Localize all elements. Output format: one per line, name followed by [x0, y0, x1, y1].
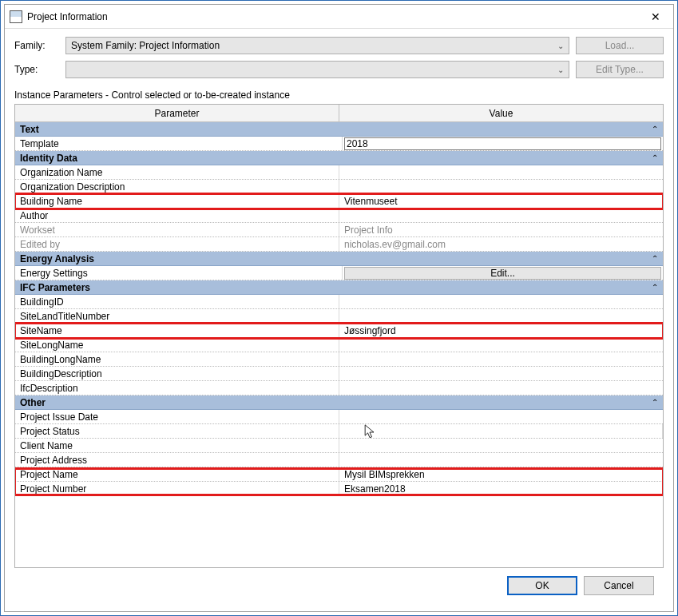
- param-label: Edited by: [15, 237, 339, 251]
- param-value[interactable]: [339, 209, 663, 222]
- row-building-long-name: BuildingLongName: [15, 352, 663, 367]
- row-project-name: Project Name Mysil BIMsprekken: [15, 467, 663, 482]
- param-label: SiteLandTitleNumber: [15, 309, 339, 323]
- param-value[interactable]: [339, 381, 663, 395]
- param-value[interactable]: [339, 295, 663, 308]
- row-project-status: Project Status: [15, 424, 663, 439]
- param-value: nicholas.ev@gmail.com: [339, 237, 663, 251]
- chevron-down-icon: ⌄: [557, 66, 564, 74]
- collapse-icon[interactable]: ⌃: [652, 125, 658, 133]
- param-value: Project Info: [339, 223, 663, 236]
- param-value[interactable]: Eksamen2018: [339, 482, 663, 495]
- param-label: BuildingID: [15, 295, 339, 308]
- param-label: BuildingLongName: [15, 352, 339, 366]
- ok-button[interactable]: OK: [507, 576, 577, 595]
- param-label: Workset: [15, 223, 339, 236]
- param-value: Edit...: [343, 266, 663, 280]
- family-value: System Family: Project Information: [71, 40, 220, 51]
- chevron-down-icon: ⌄: [557, 42, 564, 50]
- type-select[interactable]: ⌄: [65, 61, 569, 78]
- group-other[interactable]: Other ⌃: [15, 395, 663, 410]
- app-icon: [10, 10, 22, 23]
- row-site-name: SiteName Jøssingfjord: [15, 324, 663, 338]
- col-header-parameter[interactable]: Parameter: [15, 105, 339, 121]
- row-ifc-description: IfcDescription: [15, 381, 663, 395]
- param-label: IfcDescription: [15, 381, 339, 395]
- row-author: Author: [15, 209, 663, 223]
- param-label: Project Status: [15, 424, 339, 438]
- highlighted-project-rows: Project Name Mysil BIMsprekken Project N…: [15, 467, 663, 496]
- row-project-issue-date: Project Issue Date: [15, 410, 663, 424]
- row-energy-settings: Energy Settings Edit...: [15, 266, 663, 280]
- group-identity-data[interactable]: Identity Data ⌃: [15, 151, 663, 165]
- row-building-name: Building Name Vitenmuseet: [15, 194, 663, 209]
- param-value[interactable]: [339, 180, 663, 193]
- param-value[interactable]: [343, 137, 663, 150]
- param-label: Building Name: [15, 194, 339, 208]
- row-template: Template: [15, 137, 663, 151]
- row-workset: Workset Project Info: [15, 223, 663, 237]
- param-label: Project Name: [15, 467, 339, 481]
- param-label: Project Number: [15, 482, 339, 495]
- template-input[interactable]: [344, 137, 661, 150]
- titlebar: Project Information ✕: [5, 5, 673, 29]
- family-select[interactable]: System Family: Project Information ⌄: [65, 37, 569, 54]
- group-text[interactable]: Text ⌃: [15, 122, 663, 137]
- edit-type-button: Edit Type...: [576, 61, 664, 78]
- param-label: Organization Description: [15, 180, 339, 193]
- param-label: Energy Settings: [15, 266, 343, 280]
- param-value[interactable]: [339, 439, 663, 452]
- param-label: Author: [15, 209, 339, 222]
- row-organization-name: Organization Name: [15, 165, 663, 180]
- param-label: Organization Name: [15, 165, 339, 179]
- param-label: BuildingDescription: [15, 367, 339, 380]
- param-value[interactable]: [339, 309, 663, 323]
- row-site-land-title: SiteLandTitleNumber: [15, 309, 663, 324]
- param-label: SiteName: [15, 324, 339, 337]
- row-building-description: BuildingDescription: [15, 367, 663, 381]
- family-label: Family:: [14, 40, 59, 51]
- collapse-icon[interactable]: ⌃: [652, 254, 658, 263]
- row-site-long-name: SiteLongName: [15, 338, 663, 352]
- group-ifc-parameters[interactable]: IFC Parameters ⌃: [15, 280, 663, 295]
- type-label: Type:: [14, 64, 59, 75]
- project-information-dialog: Project Information ✕ Family: System Fam…: [4, 4, 674, 612]
- param-value[interactable]: [339, 338, 663, 352]
- param-value[interactable]: [339, 367, 663, 380]
- param-label: Template: [15, 137, 343, 150]
- dialog-footer: OK Cancel: [14, 568, 664, 603]
- energy-edit-button[interactable]: Edit...: [344, 267, 661, 280]
- param-value[interactable]: [339, 352, 663, 366]
- parameters-grid: Parameter Value Text ⌃ Template: [14, 104, 664, 568]
- param-value[interactable]: [339, 424, 664, 438]
- collapse-icon[interactable]: ⌃: [652, 398, 658, 407]
- row-project-number: Project Number Eksamen2018: [15, 482, 663, 496]
- param-value[interactable]: [339, 410, 663, 423]
- param-value[interactable]: Mysil BIMsprekken: [339, 467, 663, 481]
- param-label: SiteLongName: [15, 338, 339, 352]
- load-button: Load...: [576, 37, 664, 54]
- param-value[interactable]: [339, 165, 663, 179]
- param-value[interactable]: Vitenmuseet: [339, 194, 663, 208]
- col-header-value[interactable]: Value: [339, 105, 663, 121]
- collapse-icon[interactable]: ⌃: [652, 153, 658, 162]
- row-project-address: Project Address: [15, 453, 663, 467]
- instance-parameters-label: Instance Parameters - Control selected o…: [14, 89, 664, 101]
- param-label: Project Address: [15, 453, 339, 467]
- row-client-name: Client Name: [15, 439, 663, 453]
- row-edited-by: Edited by nicholas.ev@gmail.com: [15, 237, 663, 252]
- param-label: Project Issue Date: [15, 410, 339, 423]
- group-energy-analysis[interactable]: Energy Analysis ⌃: [15, 252, 663, 266]
- close-icon[interactable]: ✕: [638, 5, 673, 29]
- param-label: Client Name: [15, 439, 339, 452]
- param-value[interactable]: [339, 453, 663, 467]
- collapse-icon[interactable]: ⌃: [652, 283, 658, 292]
- cancel-button[interactable]: Cancel: [584, 576, 654, 595]
- row-organization-description: Organization Description: [15, 180, 663, 194]
- window-title: Project Information: [27, 11, 108, 22]
- row-building-id: BuildingID: [15, 295, 663, 309]
- param-value[interactable]: Jøssingfjord: [339, 324, 663, 337]
